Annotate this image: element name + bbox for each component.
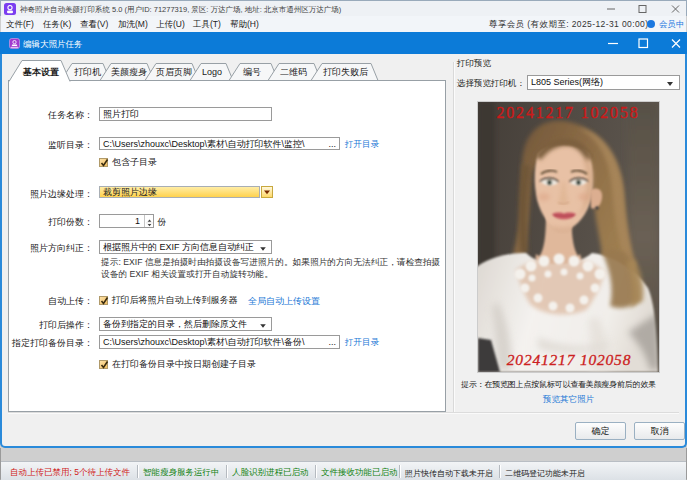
svg-text:基本设置: 基本设置	[22, 67, 59, 77]
svg-text:打印失败后: 打印失败后	[323, 67, 368, 77]
svg-text:打印机: 打印机	[74, 67, 101, 77]
svg-text:编号: 编号	[243, 67, 261, 77]
svg-text:Logo: Logo	[202, 67, 222, 77]
svg-text:20241217 102058: 20241217 102058	[497, 104, 640, 121]
svg-text:二维码: 二维码	[280, 67, 307, 77]
svg-text:页眉页脚: 页眉页脚	[155, 67, 192, 77]
svg-text:20241217 102058: 20241217 102058	[507, 351, 631, 368]
svg-text:美颜瘦身: 美颜瘦身	[111, 67, 147, 77]
